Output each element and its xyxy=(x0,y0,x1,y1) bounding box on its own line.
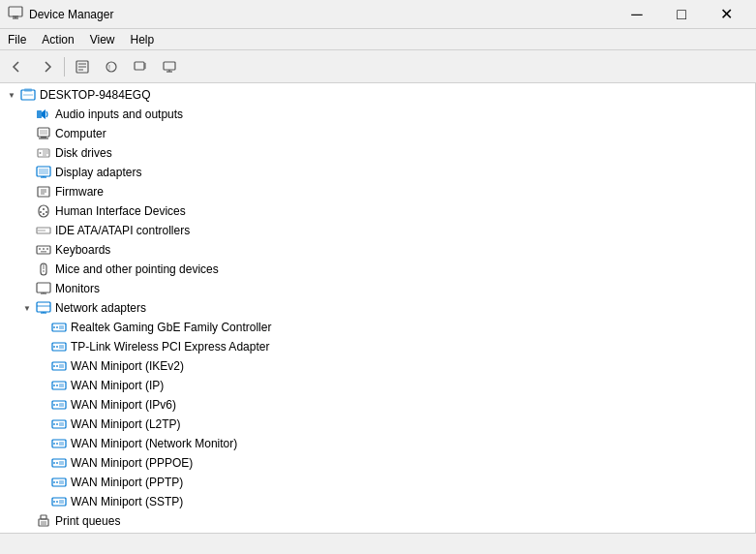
svg-rect-102 xyxy=(59,500,64,504)
tree-item-label: Print queues xyxy=(55,514,120,528)
svg-rect-70 xyxy=(59,345,64,349)
tree-subitem[interactable]: WAN Miniport (Network Monitor) xyxy=(0,434,755,453)
minimize-button[interactable]: ─ xyxy=(615,0,659,29)
tree-subitem[interactable]: WAN Miniport (PPPOE) xyxy=(0,453,755,473)
expander-placeholder xyxy=(35,356,50,376)
expander-placeholder xyxy=(35,337,50,356)
properties-button[interactable] xyxy=(69,54,96,79)
hid-icon xyxy=(35,203,52,219)
menu-help[interactable]: Help xyxy=(123,31,163,48)
keyboard-icon xyxy=(35,242,52,258)
tree-subitem-label: WAN Miniport (PPPOE) xyxy=(71,456,193,470)
svg-rect-49 xyxy=(39,248,41,250)
tree-subitem-label: WAN Miniport (SSTP) xyxy=(71,495,183,508)
tree-item[interactable]: Processors xyxy=(0,531,755,533)
tree-view[interactable]: ▼ DESKTOP-9484EGQ Audio inputs and outpu… xyxy=(0,83,756,533)
expander-icon xyxy=(19,143,35,163)
tree-subitem[interactable]: WAN Miniport (IP) xyxy=(0,376,755,395)
tree-item[interactable]: Computer xyxy=(0,124,755,143)
tree-subitem[interactable]: WAN Miniport (IKEv2) xyxy=(0,356,755,376)
forward-button[interactable] xyxy=(33,54,60,79)
tree-subitem[interactable]: WAN Miniport (L2TP) xyxy=(0,415,755,434)
tree-item[interactable]: ▼ Network adapters xyxy=(0,298,755,318)
network-icon xyxy=(35,300,52,316)
tree-item[interactable]: Human Interface Devices xyxy=(0,201,755,221)
nic-icon xyxy=(50,436,68,451)
tree-subitem[interactable]: WAN Miniport (IPv6) xyxy=(0,395,755,415)
update-driver-button[interactable]: ! xyxy=(98,54,125,79)
menu-action[interactable]: Action xyxy=(34,31,81,48)
tree-subitem[interactable]: WAN Miniport (SSTP) xyxy=(0,492,755,511)
svg-rect-74 xyxy=(59,364,64,368)
tree-subitem-label: WAN Miniport (IPv6) xyxy=(71,398,176,412)
tree-subitem[interactable]: WAN Miniport (PPTP) xyxy=(0,473,755,492)
expander-icon xyxy=(19,201,35,221)
display-icon xyxy=(35,165,52,180)
svg-point-55 xyxy=(43,270,45,272)
svg-rect-98 xyxy=(59,480,64,484)
svg-rect-0 xyxy=(9,7,22,16)
toolbar: ! xyxy=(0,50,756,83)
properties-icon xyxy=(76,60,89,74)
mouse-icon xyxy=(35,262,52,277)
tree-subitem[interactable]: Realtek Gaming GbE Family Controller xyxy=(0,318,755,337)
scan-button[interactable] xyxy=(127,54,154,79)
expander-icon[interactable]: ▼ xyxy=(19,298,35,318)
svg-rect-86 xyxy=(59,422,64,426)
menu-file[interactable]: File xyxy=(0,31,34,48)
window-controls: ─ □ ✕ xyxy=(615,0,748,29)
expander-icon xyxy=(19,240,35,260)
window-title: Device Manager xyxy=(29,8,615,21)
back-button[interactable] xyxy=(4,54,31,79)
tree-item-label: Audio inputs and outputs xyxy=(55,108,183,121)
tree-item[interactable]: IDE ATA/ATAPI controllers xyxy=(0,221,755,240)
tree-item[interactable]: Mice and other pointing devices xyxy=(0,260,755,279)
tree-item-label: Human Interface Devices xyxy=(55,204,186,218)
tree-item[interactable]: Print queues xyxy=(0,511,755,531)
svg-rect-82 xyxy=(59,403,64,407)
tree-item[interactable]: Firmware xyxy=(0,182,755,201)
tree-item[interactable]: Disk drives xyxy=(0,143,755,163)
svg-rect-66 xyxy=(59,325,64,329)
expander-placeholder xyxy=(35,473,50,492)
svg-text:!: ! xyxy=(108,64,110,71)
svg-rect-56 xyxy=(37,283,50,292)
nic-icon xyxy=(50,358,68,374)
expander-placeholder xyxy=(35,492,50,511)
display-button[interactable] xyxy=(156,54,183,79)
tree-item-label: Disk drives xyxy=(55,146,112,160)
expander-icon xyxy=(19,531,35,533)
root-icon xyxy=(19,87,37,103)
tree-subitem-label: WAN Miniport (PPTP) xyxy=(71,476,183,489)
scan-icon xyxy=(134,60,147,74)
tree-root[interactable]: ▼ DESKTOP-9484EGQ xyxy=(0,85,755,105)
tree-item[interactable]: Monitors xyxy=(0,279,755,298)
toolbar-separator-1 xyxy=(64,57,65,77)
tree-item[interactable]: Keyboards xyxy=(0,240,755,260)
svg-rect-78 xyxy=(59,384,64,387)
maximize-button[interactable]: □ xyxy=(659,0,704,29)
menu-view[interactable]: View xyxy=(82,31,123,48)
svg-rect-90 xyxy=(59,442,64,446)
tree-item[interactable]: Display adapters xyxy=(0,163,755,182)
update-icon: ! xyxy=(105,60,118,74)
print-icon xyxy=(35,513,52,529)
title-bar: Device Manager ─ □ ✕ xyxy=(0,0,756,29)
monitor2-icon xyxy=(35,281,52,296)
svg-rect-103 xyxy=(39,519,48,526)
menu-bar: File Action View Help xyxy=(0,29,756,50)
tree-item-label: Monitors xyxy=(55,282,100,295)
expander-icon xyxy=(19,163,35,182)
tree-subitem[interactable]: TP-Link Wireless PCI Express Adapter xyxy=(0,337,755,356)
root-expander[interactable]: ▼ xyxy=(4,85,19,105)
svg-rect-23 xyxy=(41,137,46,138)
tree-item[interactable]: Audio inputs and outputs xyxy=(0,105,755,124)
close-button[interactable]: ✕ xyxy=(704,0,748,29)
firmware-icon xyxy=(35,184,52,200)
tree-item-label: IDE ATA/ATAPI controllers xyxy=(55,224,190,237)
nic-icon xyxy=(50,494,68,509)
svg-rect-31 xyxy=(39,169,48,174)
expander-icon xyxy=(19,260,35,279)
svg-rect-10 xyxy=(135,62,144,70)
tree-item-label: Mice and other pointing devices xyxy=(55,262,219,276)
